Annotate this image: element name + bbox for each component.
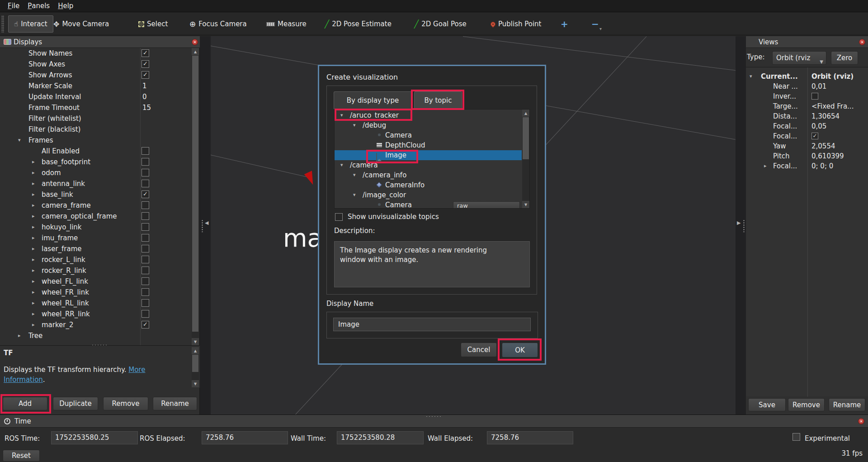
display-row[interactable]: ▸camera_frame	[0, 200, 200, 211]
display-row[interactable]: Show Names✓	[0, 48, 200, 59]
checkbox[interactable]	[142, 267, 149, 274]
expander-right-icon[interactable]: ▸	[32, 243, 35, 254]
close-icon[interactable]	[859, 39, 865, 45]
expander-right-icon[interactable]: ▸	[32, 265, 35, 276]
tool-move-camera[interactable]: Move Camera	[53, 13, 109, 35]
close-icon[interactable]	[192, 39, 198, 45]
tool-2d-goal-pose[interactable]: 2D Goal Pose	[414, 13, 467, 35]
tool-2d-pose-estimate[interactable]: 2D Pose Estimate	[325, 13, 392, 35]
scrollbar-thumb[interactable]	[192, 56, 198, 332]
scroll-down-icon[interactable]: ▼	[192, 380, 199, 387]
display-row[interactable]: ▸Tree	[0, 330, 200, 341]
expander-right-icon[interactable]: ▸	[764, 161, 767, 171]
checkbox[interactable]	[142, 310, 149, 318]
time-titlebar[interactable]: Time	[0, 415, 868, 428]
checkbox[interactable]	[142, 277, 149, 285]
display-row[interactable]: ▸hokuyo_link	[0, 222, 200, 233]
checkbox[interactable]: ✓	[142, 71, 149, 79]
time-field-value[interactable]: 7258.76	[202, 431, 288, 444]
tool-focus-camera[interactable]: Focus Camera	[189, 13, 247, 35]
save-view-button[interactable]: Save	[748, 398, 786, 411]
scrollbar-thumb[interactable]	[523, 117, 529, 159]
expander-right-icon[interactable]: ▸	[32, 254, 35, 265]
tf-scrollbar[interactable]: ▲ ▼	[192, 347, 199, 387]
display-row[interactable]: ▸wheel_FL_link	[0, 276, 200, 287]
checkbox[interactable]	[142, 201, 149, 209]
show-unvisualizable-checkbox[interactable]	[335, 213, 343, 221]
display-row[interactable]: ▸wheel_FR_link	[0, 287, 200, 298]
topic-row[interactable]: ▾/camera	[335, 160, 522, 170]
topic-row[interactable]: Camera	[335, 130, 522, 140]
rename-button[interactable]: Rename	[153, 397, 197, 410]
display-row[interactable]: ▸antenna_link	[0, 178, 200, 189]
expander-right-icon[interactable]: ▸	[32, 167, 35, 178]
checkbox[interactable]	[142, 158, 149, 166]
display-row[interactable]: ▸base_footprint	[0, 157, 200, 167]
remove-view-button[interactable]: Remove	[788, 398, 825, 411]
views-row[interactable]: Inver...	[746, 91, 868, 101]
tool-measure[interactable]: Measure	[266, 13, 307, 35]
checkbox[interactable]: ✓	[142, 60, 149, 68]
checkbox[interactable]	[142, 245, 149, 252]
rename-view-button[interactable]: Rename	[829, 398, 865, 411]
display-row[interactable]: All Enabled	[0, 146, 200, 157]
topic-row[interactable]: ▾/camera_info	[335, 170, 522, 180]
toolbar-grip[interactable]	[1, 15, 4, 33]
topic-row[interactable]: ▾/debug	[335, 120, 522, 130]
add-tool-button[interactable]: +	[557, 13, 572, 35]
display-row[interactable]: Marker Scale1	[0, 81, 200, 91]
expander-right-icon[interactable]: ▸	[32, 189, 35, 200]
expander-right-icon[interactable]: ▸	[32, 298, 35, 309]
splitter-handle[interactable]	[91, 344, 108, 346]
scroll-down-icon[interactable]: ▼	[192, 338, 199, 345]
menu-item-file[interactable]: File	[4, 0, 24, 12]
display-row[interactable]: ▸odom	[0, 167, 200, 178]
topic-row[interactable]: CameraInfo	[335, 180, 522, 190]
views-row[interactable]: ▸Focal...0; 0; 0	[746, 161, 868, 171]
time-field-value[interactable]: 7258.76	[487, 431, 573, 444]
display-row[interactable]: ▸laser_frame	[0, 243, 200, 254]
add-button[interactable]: Add	[3, 397, 47, 410]
checkbox[interactable]	[142, 212, 149, 220]
menu-item-help[interactable]: Help	[54, 0, 77, 12]
views-type-dropdown[interactable]: Orbit (rviz▼	[772, 51, 826, 65]
expander-right-icon[interactable]: ▸	[32, 233, 35, 243]
expander-down-icon[interactable]: ▾	[750, 71, 752, 81]
views-row[interactable]: Near ...0,01	[746, 81, 868, 91]
collapse-left-icon[interactable]: ◀	[205, 220, 208, 226]
topic-row[interactable]: Image	[335, 150, 522, 160]
scroll-up-icon[interactable]: ▲	[522, 110, 529, 117]
views-row[interactable]: Focal...0,05	[746, 121, 868, 131]
expander-down-icon[interactable]: ▾	[353, 190, 356, 200]
cancel-button[interactable]: Cancel	[461, 343, 497, 357]
views-titlebar[interactable]: Views	[746, 36, 868, 48]
checkbox[interactable]	[142, 256, 149, 263]
experimental-checkbox[interactable]	[793, 433, 800, 441]
close-icon[interactable]	[858, 418, 864, 424]
display-row[interactable]: ▸wheel_RR_link	[0, 309, 200, 319]
expander-right-icon[interactable]: ▸	[32, 157, 35, 167]
chevron-down-icon[interactable]: ▾	[599, 26, 602, 31]
display-row[interactable]: Show Axes✓	[0, 59, 200, 70]
display-row[interactable]: Update Interval0	[0, 91, 200, 102]
expander-right-icon[interactable]: ▸	[32, 200, 35, 211]
expander-down-icon[interactable]: ▾	[340, 160, 343, 170]
expander-down-icon[interactable]: ▾	[340, 110, 343, 120]
views-row[interactable]: ▾Current...Orbit (rviz)	[746, 71, 868, 81]
scrollbar-thumb[interactable]	[192, 355, 198, 372]
expander-right-icon[interactable]: ▸	[18, 330, 21, 341]
expander-right-icon[interactable]: ▸	[32, 222, 35, 233]
display-row[interactable]: ▸rocker_R_link	[0, 265, 200, 276]
display-row[interactable]: ▸imu_frame	[0, 233, 200, 243]
display-row[interactable]: ▸marker_2✓	[0, 319, 200, 330]
views-row[interactable]: Pitch0,610399	[746, 151, 868, 161]
displays-titlebar[interactable]: Displays	[0, 36, 200, 48]
gutter-handle[interactable]	[743, 219, 745, 232]
ok-button[interactable]: OK	[502, 343, 538, 357]
checkbox[interactable]: ✓	[142, 191, 149, 198]
topic-tree-scrollbar[interactable]: ▲ ▼	[522, 110, 529, 208]
checkbox[interactable]	[142, 234, 149, 242]
expander-right-icon[interactable]: ▸	[32, 287, 35, 298]
scroll-up-icon[interactable]: ▲	[192, 347, 199, 354]
checkbox[interactable]	[142, 288, 149, 296]
